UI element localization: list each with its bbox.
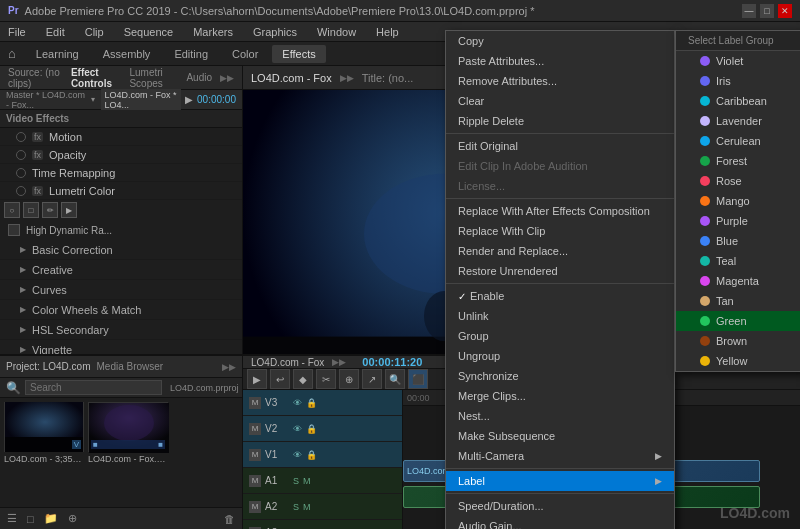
play-icon[interactable]: ▶ xyxy=(185,94,193,105)
title-tab[interactable]: Title: (no... xyxy=(362,72,414,84)
creative-item[interactable]: Creative xyxy=(0,260,242,280)
tl-tool-6[interactable]: ↗ xyxy=(362,369,382,389)
maximize-button[interactable]: □ xyxy=(760,4,774,18)
label-brown[interactable]: Brown xyxy=(676,331,800,351)
a2-toggle[interactable]: M xyxy=(249,501,261,513)
label-caribbean[interactable]: Caribbean xyxy=(676,91,800,111)
lumetri-effect-item[interactable]: fx Lumetri Color xyxy=(0,182,242,200)
a1-toggle[interactable]: M xyxy=(249,475,261,487)
menu-clip[interactable]: Clip xyxy=(81,26,108,38)
square-tool-btn[interactable]: □ xyxy=(23,202,39,218)
ctx-clear[interactable]: Clear xyxy=(446,91,674,111)
motion-toggle[interactable] xyxy=(16,132,26,142)
label-violet[interactable]: Violet xyxy=(676,51,800,71)
ctx-nest[interactable]: Nest... xyxy=(446,406,674,426)
basic-correction-item[interactable]: Basic Correction xyxy=(0,240,242,260)
fox-tab[interactable]: LO4D.com - Fox xyxy=(251,72,332,84)
ctx-ripple-delete[interactable]: Ripple Delete xyxy=(446,111,674,131)
tl-tool-2[interactable]: ↩ xyxy=(270,369,290,389)
tab-learning[interactable]: Learning xyxy=(26,45,89,63)
ctx-copy[interactable]: Copy xyxy=(446,31,674,51)
effect-controls-tab[interactable]: Effect Controls xyxy=(71,67,122,89)
a1-s-icon[interactable]: S xyxy=(293,476,299,486)
ctx-replace-clip[interactable]: Replace With Clip xyxy=(446,221,674,241)
tl-tool-4[interactable]: ✂ xyxy=(316,369,336,389)
ctx-ungroup[interactable]: Ungroup xyxy=(446,346,674,366)
minimize-button[interactable]: — xyxy=(742,4,756,18)
opacity-toggle[interactable] xyxy=(16,150,26,160)
tl-tool-8[interactable]: ⬛ xyxy=(408,369,428,389)
ctx-render-replace[interactable]: Render and Replace... xyxy=(446,241,674,261)
menu-sequence[interactable]: Sequence xyxy=(120,26,178,38)
label-cerulean[interactable]: Cerulean xyxy=(676,131,800,151)
clip-select[interactable]: LO4D.com - Fox * LO4... xyxy=(101,89,181,111)
media-browser-tab[interactable]: Media Browser xyxy=(96,361,163,372)
project-more-icon[interactable]: ▶▶ xyxy=(222,362,236,372)
hsl-secondary-item[interactable]: HSL Secondary xyxy=(0,320,242,340)
tl-tool-3[interactable]: ◆ xyxy=(293,369,313,389)
hdr-checkbox[interactable] xyxy=(8,224,20,236)
menu-markers[interactable]: Markers xyxy=(189,26,237,38)
thumb-img-2[interactable]: ■■ xyxy=(88,402,168,452)
audio-tab[interactable]: Audio xyxy=(186,72,212,83)
source-tab[interactable]: Source: (no clips) xyxy=(8,67,63,89)
ctx-replace-ae[interactable]: Replace With After Effects Composition xyxy=(446,201,674,221)
panel-more-icon[interactable]: ▶▶ xyxy=(220,73,234,83)
tab-color[interactable]: Color xyxy=(222,45,268,63)
menu-file[interactable]: File xyxy=(4,26,30,38)
ctx-subsequence[interactable]: Make Subsequence xyxy=(446,426,674,446)
v1-eye-icon[interactable]: 👁 xyxy=(293,450,302,460)
arrow-tool-btn[interactable]: ▶ xyxy=(61,202,77,218)
ctx-speed[interactable]: Speed/Duration... xyxy=(446,496,674,516)
ctx-remove-attr[interactable]: Remove Attributes... xyxy=(446,71,674,91)
ctx-paste-attr[interactable]: Paste Attributes... xyxy=(446,51,674,71)
tl-tool-1[interactable]: ▶ xyxy=(247,369,267,389)
v2-lock-icon[interactable]: 🔒 xyxy=(306,424,317,434)
label-magenta[interactable]: Magenta xyxy=(676,271,800,291)
label-mango[interactable]: Mango xyxy=(676,191,800,211)
v2-toggle[interactable]: M xyxy=(249,423,261,435)
label-purple[interactable]: Purple xyxy=(676,211,800,231)
timeline-more[interactable]: ▶▶ xyxy=(332,357,346,367)
new-bin-btn[interactable]: 📁 xyxy=(41,512,61,525)
menu-help[interactable]: Help xyxy=(372,26,403,38)
label-blue[interactable]: Blue xyxy=(676,231,800,251)
menu-window[interactable]: Window xyxy=(313,26,360,38)
ctx-multicam[interactable]: Multi-Camera ▶ xyxy=(446,446,674,466)
new-item-btn[interactable]: ⊕ xyxy=(65,512,80,525)
list-view-btn[interactable]: ☰ xyxy=(4,512,20,525)
opacity-effect-item[interactable]: fx Opacity xyxy=(0,146,242,164)
close-button[interactable]: ✕ xyxy=(778,4,792,18)
ctx-label[interactable]: Label ▶ xyxy=(446,471,674,491)
tab-effects[interactable]: Effects xyxy=(272,45,325,63)
circle-tool-btn[interactable]: ○ xyxy=(4,202,20,218)
tl-tool-5[interactable]: ⊕ xyxy=(339,369,359,389)
ctx-restore[interactable]: Restore Unrendered xyxy=(446,261,674,281)
color-wheels-item[interactable]: Color Wheels & Match xyxy=(0,300,242,320)
label-forest[interactable]: Forest xyxy=(676,151,800,171)
ctx-group[interactable]: Group xyxy=(446,326,674,346)
v1-lock-icon[interactable]: 🔒 xyxy=(306,450,317,460)
home-icon[interactable]: ⌂ xyxy=(8,46,16,61)
time-remap-toggle[interactable] xyxy=(16,168,26,178)
curves-item[interactable]: Curves xyxy=(0,280,242,300)
label-iris[interactable]: Iris xyxy=(676,71,800,91)
label-teal[interactable]: Teal xyxy=(676,251,800,271)
ctx-synchronize[interactable]: Synchronize xyxy=(446,366,674,386)
ctx-edit-original[interactable]: Edit Original xyxy=(446,136,674,156)
delete-btn[interactable]: 🗑 xyxy=(221,513,238,525)
ctx-enable[interactable]: ✓Enable xyxy=(446,286,674,306)
menu-graphics[interactable]: Graphics xyxy=(249,26,301,38)
a2-m-icon[interactable]: M xyxy=(303,502,311,512)
search-input[interactable] xyxy=(25,380,162,395)
label-lavender[interactable]: Lavender xyxy=(676,111,800,131)
label-tan[interactable]: Tan xyxy=(676,291,800,311)
ctx-unlink[interactable]: Unlink xyxy=(446,306,674,326)
pencil-tool-btn[interactable]: ✏ xyxy=(42,202,58,218)
time-remap-effect-item[interactable]: Time Remapping xyxy=(0,164,242,182)
panel-more-center[interactable]: ▶▶ xyxy=(340,73,354,83)
label-green[interactable]: Green xyxy=(676,311,800,331)
ctx-merge[interactable]: Merge Clips... xyxy=(446,386,674,406)
motion-effect-item[interactable]: fx Motion xyxy=(0,128,242,146)
ctx-audio-gain[interactable]: Audio Gain... xyxy=(446,516,674,529)
